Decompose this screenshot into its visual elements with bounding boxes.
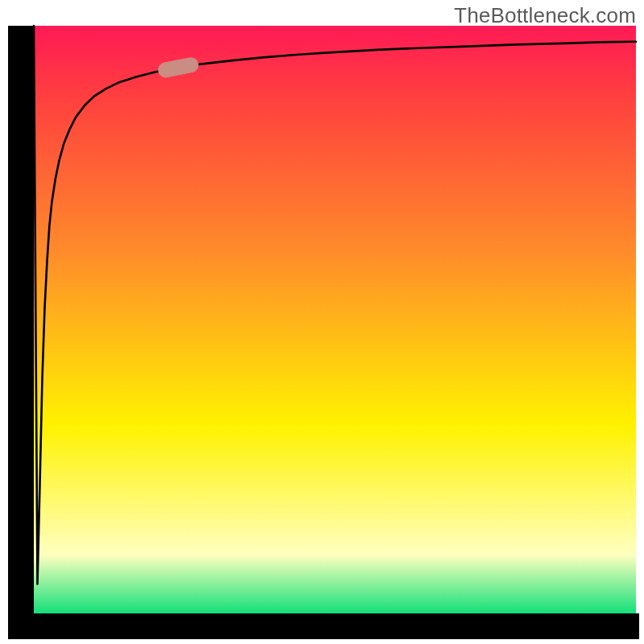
chart-container: TheBottleneck.com (0, 0, 644, 644)
y-axis (8, 26, 34, 639)
attribution-text: TheBottleneck.com (454, 3, 636, 28)
bottleneck-chart (0, 0, 644, 644)
plot-background (34, 26, 636, 613)
x-axis (8, 613, 639, 639)
